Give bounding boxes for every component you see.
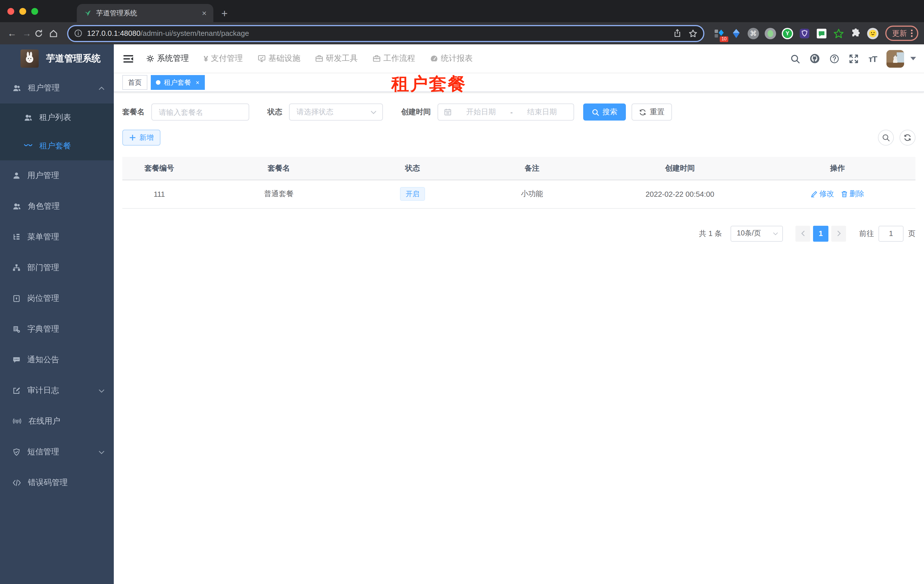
- pagination: 共 1 条 10条/页 1 前往 页: [122, 225, 916, 242]
- cell-remark: 小功能: [464, 180, 600, 208]
- tag-home[interactable]: 首页: [122, 75, 147, 90]
- col-actions: 操作: [759, 157, 916, 180]
- y-circle-extension-icon[interactable]: Y: [782, 28, 793, 39]
- site-info-icon[interactable]: [74, 29, 82, 38]
- extension-badge: 10: [720, 36, 728, 42]
- plant-favicon-icon: [84, 9, 92, 17]
- close-window-button[interactable]: [7, 8, 14, 15]
- date-separator: -: [510, 108, 513, 116]
- tab-close-icon[interactable]: ×: [201, 8, 208, 18]
- header-actions: тT: [790, 50, 916, 67]
- chevron-down-icon: [99, 450, 105, 454]
- status-placeholder: 请选择状态: [297, 107, 370, 117]
- font-size-icon[interactable]: тT: [868, 54, 877, 63]
- sidebar-item-label: 通知公告: [27, 355, 59, 365]
- sidebar-item-dept-management[interactable]: 部门管理: [0, 252, 114, 283]
- col-package-name: 套餐名: [196, 157, 361, 180]
- nav-item-reports[interactable]: 统计报表: [430, 53, 473, 64]
- github-icon[interactable]: [810, 53, 820, 64]
- squares-diamond-extension-icon[interactable]: 10: [713, 28, 725, 39]
- delete-link[interactable]: 删除: [841, 189, 864, 199]
- sidebar-item-tenant-package[interactable]: 租户套餐: [0, 132, 114, 160]
- green-dot-extension-icon[interactable]: [765, 28, 776, 39]
- zoom-window-button[interactable]: [31, 8, 38, 15]
- package-name-label: 套餐名: [122, 107, 145, 117]
- reload-icon[interactable]: [34, 29, 49, 38]
- sidebar-item-post-management[interactable]: 岗位管理: [0, 283, 114, 314]
- users-icon: [13, 84, 21, 92]
- url-bar[interactable]: 127.0.0.1:48080/admin-ui/system/tenant/p…: [67, 25, 705, 42]
- tag-tenant-package[interactable]: 租户套餐 ×: [151, 75, 205, 90]
- search-icon[interactable]: [790, 54, 800, 63]
- app-logo[interactable]: 芋道管理系统: [0, 44, 114, 73]
- page-size-select[interactable]: 10条/页: [731, 225, 783, 242]
- sidebar-item-tenant-management[interactable]: 租户管理: [0, 73, 114, 104]
- forward-icon[interactable]: →: [19, 28, 34, 38]
- nav-item-workflow[interactable]: 工作流程: [373, 53, 415, 64]
- reset-button[interactable]: 重置: [632, 104, 672, 120]
- show-search-button[interactable]: [878, 130, 894, 146]
- sidebar-item-user-management[interactable]: 用户管理: [0, 160, 114, 191]
- annotation-overlay-text: 租户套餐: [391, 72, 467, 96]
- sidebar-item-errorcode-management[interactable]: 错误码管理: [0, 467, 114, 498]
- sidebar-item-menu-management[interactable]: 菜单管理: [0, 222, 114, 252]
- next-page-button[interactable]: [831, 225, 846, 242]
- green-star-extension-icon[interactable]: [833, 28, 844, 39]
- message-icon: [13, 356, 20, 364]
- minimize-window-button[interactable]: [19, 8, 26, 15]
- nav-item-payment[interactable]: ¥ 支付管理: [204, 53, 243, 64]
- status-badge[interactable]: 开启: [400, 187, 425, 201]
- sidebar-item-sms-management[interactable]: 短信管理: [0, 437, 114, 467]
- search-button[interactable]: 搜索: [583, 104, 626, 120]
- sidebar-item-tenant-list[interactable]: 租户列表: [0, 104, 114, 132]
- browser-update-button[interactable]: 更新: [885, 26, 918, 41]
- package-icon: [24, 143, 33, 150]
- back-icon[interactable]: ←: [5, 28, 19, 38]
- sidebar-item-audit-log[interactable]: 审计日志: [0, 375, 114, 406]
- package-name-input[interactable]: [151, 104, 249, 120]
- chevron-left-icon: [801, 230, 805, 237]
- reset-label: 重置: [650, 107, 665, 117]
- bookmark-star-icon[interactable]: [688, 29, 698, 38]
- sidebar-item-role-management[interactable]: 角色管理: [0, 191, 114, 222]
- fullscreen-icon[interactable]: [849, 54, 859, 63]
- add-label: 新增: [139, 133, 153, 142]
- share-icon[interactable]: [673, 29, 681, 38]
- extensions-row: 10 ⌘ Y: [713, 28, 878, 39]
- sidebar-item-dict-management[interactable]: 字典管理: [0, 314, 114, 345]
- home-icon[interactable]: [49, 29, 64, 38]
- browser-menu-icon[interactable]: [911, 30, 912, 37]
- refresh-table-button[interactable]: [899, 130, 916, 146]
- date-range-picker[interactable]: 开始日期 - 结束日期: [437, 104, 574, 120]
- add-button[interactable]: 新增: [122, 130, 160, 146]
- cell-status: 开启: [361, 180, 464, 208]
- end-date-placeholder: 结束日期: [516, 107, 568, 117]
- goto-page-input[interactable]: [878, 225, 904, 242]
- status-select[interactable]: 请选择状态: [289, 104, 383, 120]
- prev-page-button[interactable]: [795, 225, 810, 242]
- help-icon[interactable]: [830, 54, 840, 63]
- user-avatar[interactable]: [886, 50, 904, 67]
- caret-down-icon[interactable]: [910, 57, 916, 60]
- toolbox-icon: [315, 54, 323, 63]
- blue-kite-extension-icon[interactable]: [731, 28, 742, 39]
- smiley-profile-icon[interactable]: [867, 28, 878, 39]
- new-tab-button[interactable]: +: [221, 7, 228, 20]
- code-icon: [13, 479, 21, 486]
- chat-square-extension-icon[interactable]: [816, 28, 827, 39]
- org-chart-icon: [13, 264, 20, 272]
- puzzle-extensions-icon[interactable]: [850, 28, 861, 39]
- collapse-sidebar-icon[interactable]: [123, 54, 134, 63]
- purple-shield-extension-icon[interactable]: [799, 28, 810, 39]
- nav-item-system[interactable]: 系统管理: [146, 53, 189, 64]
- tag-close-icon[interactable]: ×: [196, 79, 200, 86]
- sidebar-item-online-users[interactable]: 在线用户: [0, 406, 114, 437]
- edit-link[interactable]: 修改: [811, 189, 834, 199]
- command-extension-icon[interactable]: ⌘: [747, 28, 759, 39]
- sidebar-item-notice[interactable]: 通知公告: [0, 345, 114, 375]
- browser-tab[interactable]: 芋道管理系统 ×: [77, 4, 213, 22]
- page-number-current[interactable]: 1: [813, 225, 828, 242]
- nav-item-infrastructure[interactable]: 基础设施: [258, 53, 300, 64]
- nav-item-dev-tools[interactable]: 研发工具: [315, 53, 358, 64]
- table-toolbar: 新增: [122, 130, 916, 146]
